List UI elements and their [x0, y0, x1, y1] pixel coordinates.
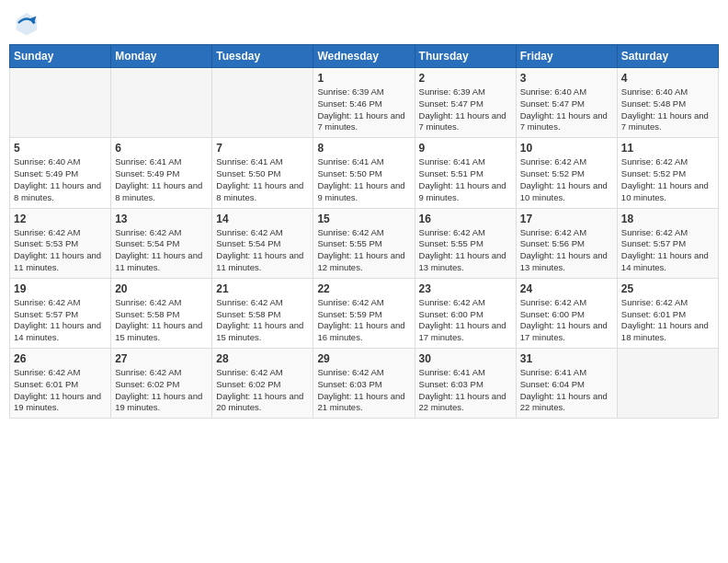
- day-info: Sunrise: 6:42 AM Sunset: 5:56 PM Dayligh…: [520, 227, 613, 274]
- calendar-cell: 18Sunrise: 6:42 AM Sunset: 5:57 PM Dayli…: [617, 208, 718, 278]
- column-header-tuesday: Tuesday: [212, 45, 313, 68]
- calendar-cell: 23Sunrise: 6:42 AM Sunset: 6:00 PM Dayli…: [415, 278, 516, 348]
- calendar-cell: 4Sunrise: 6:40 AM Sunset: 5:48 PM Daylig…: [617, 68, 718, 138]
- day-number: 9: [419, 142, 512, 155]
- calendar-cell: 31Sunrise: 6:41 AM Sunset: 6:04 PM Dayli…: [516, 349, 617, 419]
- logo: [13, 9, 44, 37]
- calendar-cell: [212, 68, 313, 138]
- day-info: Sunrise: 6:42 AM Sunset: 5:55 PM Dayligh…: [317, 227, 410, 274]
- calendar-cell: 5Sunrise: 6:40 AM Sunset: 5:49 PM Daylig…: [10, 138, 111, 208]
- calendar-cell: 17Sunrise: 6:42 AM Sunset: 5:56 PM Dayli…: [516, 208, 617, 278]
- calendar-cell: 1Sunrise: 6:39 AM Sunset: 5:46 PM Daylig…: [313, 68, 415, 138]
- day-info: Sunrise: 6:42 AM Sunset: 5:53 PM Dayligh…: [14, 227, 107, 274]
- column-header-sunday: Sunday: [10, 45, 111, 68]
- day-number: 27: [115, 352, 208, 365]
- calendar-cell: 9Sunrise: 6:41 AM Sunset: 5:51 PM Daylig…: [415, 138, 516, 208]
- calendar-cell: 13Sunrise: 6:42 AM Sunset: 5:54 PM Dayli…: [111, 208, 212, 278]
- calendar-cell: 19Sunrise: 6:42 AM Sunset: 5:57 PM Dayli…: [10, 278, 111, 348]
- logo-icon: [13, 9, 40, 37]
- day-info: Sunrise: 6:39 AM Sunset: 5:46 PM Dayligh…: [317, 86, 410, 133]
- column-header-thursday: Thursday: [415, 45, 516, 68]
- calendar-week-2: 5Sunrise: 6:40 AM Sunset: 5:49 PM Daylig…: [10, 138, 719, 208]
- day-info: Sunrise: 6:42 AM Sunset: 5:54 PM Dayligh…: [115, 227, 208, 274]
- calendar-cell: [10, 68, 111, 138]
- day-number: 4: [621, 72, 714, 85]
- day-info: Sunrise: 6:42 AM Sunset: 5:55 PM Dayligh…: [419, 227, 512, 274]
- svg-marker-0: [17, 13, 38, 36]
- calendar-cell: 28Sunrise: 6:42 AM Sunset: 6:02 PM Dayli…: [212, 349, 313, 419]
- calendar-cell: 21Sunrise: 6:42 AM Sunset: 5:58 PM Dayli…: [212, 278, 313, 348]
- day-number: 7: [216, 142, 309, 155]
- day-number: 1: [317, 72, 410, 85]
- column-header-saturday: Saturday: [617, 45, 718, 68]
- day-number: 11: [621, 142, 714, 155]
- day-info: Sunrise: 6:42 AM Sunset: 6:02 PM Dayligh…: [216, 367, 309, 414]
- calendar-cell: 27Sunrise: 6:42 AM Sunset: 6:02 PM Dayli…: [111, 349, 212, 419]
- day-info: Sunrise: 6:41 AM Sunset: 5:50 PM Dayligh…: [317, 156, 410, 203]
- calendar-cell: 6Sunrise: 6:41 AM Sunset: 5:49 PM Daylig…: [111, 138, 212, 208]
- day-info: Sunrise: 6:42 AM Sunset: 5:52 PM Dayligh…: [520, 156, 613, 203]
- calendar-cell: 22Sunrise: 6:42 AM Sunset: 5:59 PM Dayli…: [313, 278, 415, 348]
- day-number: 13: [115, 213, 208, 225]
- day-number: 18: [621, 213, 714, 225]
- day-number: 19: [14, 282, 107, 295]
- day-number: 2: [419, 72, 512, 85]
- day-number: 14: [216, 213, 309, 225]
- day-number: 22: [317, 282, 410, 295]
- day-info: Sunrise: 6:42 AM Sunset: 5:52 PM Dayligh…: [621, 156, 714, 203]
- calendar-cell: [617, 349, 718, 419]
- day-number: 10: [520, 142, 613, 155]
- calendar-week-5: 26Sunrise: 6:42 AM Sunset: 6:01 PM Dayli…: [10, 349, 719, 419]
- column-header-friday: Friday: [516, 45, 617, 68]
- calendar-cell: 8Sunrise: 6:41 AM Sunset: 5:50 PM Daylig…: [313, 138, 415, 208]
- day-number: 12: [14, 213, 107, 225]
- calendar-cell: 3Sunrise: 6:40 AM Sunset: 5:47 PM Daylig…: [516, 68, 617, 138]
- day-info: Sunrise: 6:42 AM Sunset: 5:54 PM Dayligh…: [216, 227, 309, 274]
- day-info: Sunrise: 6:41 AM Sunset: 5:50 PM Dayligh…: [216, 156, 309, 203]
- calendar-cell: 25Sunrise: 6:42 AM Sunset: 6:01 PM Dayli…: [617, 278, 718, 348]
- day-number: 20: [115, 282, 208, 295]
- day-info: Sunrise: 6:42 AM Sunset: 5:58 PM Dayligh…: [115, 297, 208, 344]
- column-header-wednesday: Wednesday: [313, 45, 415, 68]
- calendar-week-3: 12Sunrise: 6:42 AM Sunset: 5:53 PM Dayli…: [10, 208, 719, 278]
- day-number: 16: [419, 213, 512, 225]
- column-header-monday: Monday: [111, 45, 212, 68]
- calendar-cell: 24Sunrise: 6:42 AM Sunset: 6:00 PM Dayli…: [516, 278, 617, 348]
- day-number: 28: [216, 352, 309, 365]
- calendar-cell: [111, 68, 212, 138]
- day-number: 26: [14, 352, 107, 365]
- day-number: 29: [317, 352, 410, 365]
- day-number: 6: [115, 142, 208, 155]
- calendar-cell: 11Sunrise: 6:42 AM Sunset: 5:52 PM Dayli…: [617, 138, 718, 208]
- day-number: 24: [520, 282, 613, 295]
- day-info: Sunrise: 6:42 AM Sunset: 6:03 PM Dayligh…: [317, 367, 410, 414]
- day-number: 8: [317, 142, 410, 155]
- day-info: Sunrise: 6:42 AM Sunset: 6:00 PM Dayligh…: [520, 297, 613, 344]
- calendar-cell: 2Sunrise: 6:39 AM Sunset: 5:47 PM Daylig…: [415, 68, 516, 138]
- day-number: 5: [14, 142, 107, 155]
- day-info: Sunrise: 6:40 AM Sunset: 5:49 PM Dayligh…: [14, 156, 107, 203]
- day-info: Sunrise: 6:41 AM Sunset: 5:49 PM Dayligh…: [115, 156, 208, 203]
- day-number: 23: [419, 282, 512, 295]
- calendar-week-1: 1Sunrise: 6:39 AM Sunset: 5:46 PM Daylig…: [10, 68, 719, 138]
- calendar-cell: 12Sunrise: 6:42 AM Sunset: 5:53 PM Dayli…: [10, 208, 111, 278]
- day-number: 31: [520, 352, 613, 365]
- day-number: 15: [317, 213, 410, 225]
- day-info: Sunrise: 6:42 AM Sunset: 6:01 PM Dayligh…: [621, 297, 714, 344]
- day-info: Sunrise: 6:42 AM Sunset: 5:57 PM Dayligh…: [14, 297, 107, 344]
- day-number: 25: [621, 282, 714, 295]
- day-info: Sunrise: 6:42 AM Sunset: 6:00 PM Dayligh…: [419, 297, 512, 344]
- day-info: Sunrise: 6:42 AM Sunset: 5:59 PM Dayligh…: [317, 297, 410, 344]
- day-number: 30: [419, 352, 512, 365]
- calendar-cell: 14Sunrise: 6:42 AM Sunset: 5:54 PM Dayli…: [212, 208, 313, 278]
- calendar-header-row: SundayMondayTuesdayWednesdayThursdayFrid…: [10, 45, 719, 68]
- calendar-cell: 16Sunrise: 6:42 AM Sunset: 5:55 PM Dayli…: [415, 208, 516, 278]
- day-info: Sunrise: 6:42 AM Sunset: 6:01 PM Dayligh…: [14, 367, 107, 414]
- calendar-table: SundayMondayTuesdayWednesdayThursdayFrid…: [9, 44, 719, 419]
- day-info: Sunrise: 6:42 AM Sunset: 6:02 PM Dayligh…: [115, 367, 208, 414]
- day-info: Sunrise: 6:41 AM Sunset: 5:51 PM Dayligh…: [419, 156, 512, 203]
- calendar-cell: 26Sunrise: 6:42 AM Sunset: 6:01 PM Dayli…: [10, 349, 111, 419]
- calendar-cell: 29Sunrise: 6:42 AM Sunset: 6:03 PM Dayli…: [313, 349, 415, 419]
- calendar-cell: 15Sunrise: 6:42 AM Sunset: 5:55 PM Dayli…: [313, 208, 415, 278]
- day-info: Sunrise: 6:40 AM Sunset: 5:47 PM Dayligh…: [520, 86, 613, 133]
